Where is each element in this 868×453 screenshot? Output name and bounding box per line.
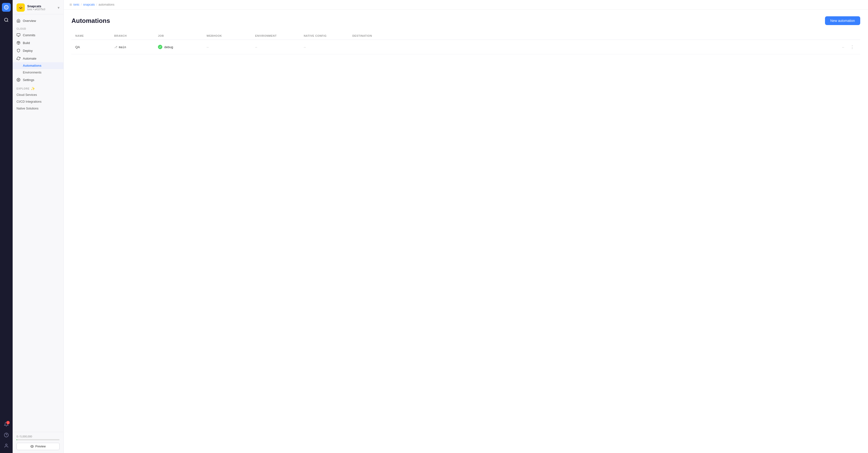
row-destination: -- ⋮ [352, 43, 856, 51]
content-area: Automations New automation NAME BRANCH J… [64, 9, 868, 453]
icon-rail: 1 [0, 0, 13, 453]
app-info: 🐱 Snapcats Ionic • a41075c0 [17, 3, 45, 12]
sidebar-item-cloud-services[interactable]: Cloud Services [13, 91, 63, 98]
notification-count: 1 [6, 421, 10, 424]
row-job: debug [158, 45, 207, 49]
svg-point-1 [5, 18, 8, 21]
sidebar-item-automate[interactable]: Automate [13, 55, 63, 62]
row-environment: -- [255, 45, 304, 49]
job-name: debug [164, 45, 173, 49]
row-kebab-menu[interactable]: ⋮ [848, 43, 856, 51]
search-icon[interactable] [2, 16, 11, 24]
new-automation-button[interactable]: New automation [825, 16, 860, 25]
breadcrumb-grid-icon: ⊞ [69, 3, 72, 6]
chevron-down-icon[interactable]: ▾ [58, 5, 60, 10]
breadcrumb-snapcats[interactable]: snapcats [83, 3, 95, 6]
notification-bell[interactable]: 1 [2, 420, 11, 429]
sidebar-item-cicd[interactable]: CI/CD Integrations [13, 98, 63, 105]
breadcrumb-automations: automations [98, 3, 114, 6]
sidebar: 🐱 Snapcats Ionic • a41075c0 ▾ Overview C… [13, 0, 64, 453]
sidebar-item-settings[interactable]: Settings [13, 76, 63, 84]
sidebar-item-settings-label: Settings [23, 78, 34, 82]
sidebar-item-deploy-label: Deploy [23, 49, 33, 53]
preview-label: Preview [35, 445, 46, 448]
sidebar-item-overview-label: Overview [23, 19, 36, 23]
sidebar-item-overview[interactable]: Overview [13, 17, 63, 25]
sidebar-item-native-solutions[interactable]: Native Solutions [13, 105, 63, 112]
sidebar-item-deploy[interactable]: Deploy [13, 47, 63, 55]
sidebar-sub-environments[interactable]: Environments [13, 69, 63, 76]
sidebar-item-commits[interactable]: Commits [13, 31, 63, 39]
row-webhook: -- [207, 45, 255, 49]
user-icon[interactable] [2, 441, 11, 450]
sidebar-header: 🐱 Snapcats Ionic • a41075c0 ▾ [13, 0, 63, 15]
avatar: 🐱 [17, 3, 25, 12]
breadcrumb: ⊞ ionic / snapcats / automations [64, 0, 868, 9]
col-environment: ENVIRONMENT [255, 34, 304, 37]
sidebar-sub-automations-label: Automations [23, 64, 41, 67]
row-name: QA [75, 45, 114, 49]
row-branch: ⎇ main [114, 45, 158, 49]
sidebar-footer: 0 / 5,000,000 Preview [13, 432, 63, 453]
usage-label: 0 / 5,000,000 [17, 435, 60, 438]
sidebar-item-commits-label: Commits [23, 33, 35, 37]
svg-point-4 [6, 444, 7, 446]
page-title: Automations [71, 17, 110, 25]
table-row: QA ⎇ main debug -- -- [71, 40, 860, 54]
col-webhook: WEBHOOK [207, 34, 255, 37]
row-native-config: -- [304, 45, 352, 49]
breadcrumb-ionic[interactable]: ionic [73, 3, 80, 6]
sidebar-item-build[interactable]: Build [13, 39, 63, 47]
col-name: NAME [75, 34, 114, 37]
svg-rect-5 [17, 34, 20, 36]
svg-point-10 [32, 446, 33, 447]
branch-name: main [119, 45, 126, 49]
sidebar-item-automate-label: Automate [23, 57, 36, 60]
usage-bar [17, 439, 60, 440]
cloud-services-label: Cloud Services [17, 93, 37, 96]
branch-icon: ⎇ [114, 46, 117, 49]
native-solutions-label: Native Solutions [17, 107, 38, 110]
breadcrumb-sep2: / [96, 3, 97, 6]
help-icon[interactable] [2, 431, 11, 440]
job-status-dot [158, 45, 162, 49]
usage-bar-fill [17, 439, 17, 440]
col-branch: BRANCH [114, 34, 158, 37]
breadcrumb-sep1: / [81, 3, 82, 6]
preview-button[interactable]: Preview [17, 443, 60, 450]
section-explore: EXPLORE ✨ [13, 84, 63, 91]
table-header: NAME BRANCH JOB WEBHOOK ENVIRONMENT NATI… [71, 32, 860, 40]
sidebar-nav: Overview CLOUD Commits Build Deploy Auto… [13, 15, 63, 432]
section-cloud: CLOUD [13, 25, 63, 31]
app-name: Snapcats [27, 4, 45, 8]
automations-table: NAME BRANCH JOB WEBHOOK ENVIRONMENT NATI… [71, 32, 860, 54]
col-destination: DESTINATION [352, 34, 856, 37]
col-native-config: NATIVE CONFIG [304, 34, 352, 37]
sidebar-item-build-label: Build [23, 41, 30, 45]
svg-point-9 [18, 79, 19, 80]
sidebar-sub-automations[interactable]: Automations [13, 62, 63, 69]
sparkle-icon: ✨ [31, 87, 35, 90]
app-logo[interactable] [2, 3, 11, 12]
page-header: Automations New automation [71, 16, 860, 25]
destination-value: -- [842, 45, 844, 49]
main-area: ⊞ ionic / snapcats / automations Automat… [64, 0, 868, 453]
app-id: Ionic • a41075c0 [27, 8, 45, 11]
col-job: JOB [158, 34, 207, 37]
sidebar-sub-environments-label: Environments [23, 71, 41, 74]
cicd-label: CI/CD Integrations [17, 100, 41, 104]
